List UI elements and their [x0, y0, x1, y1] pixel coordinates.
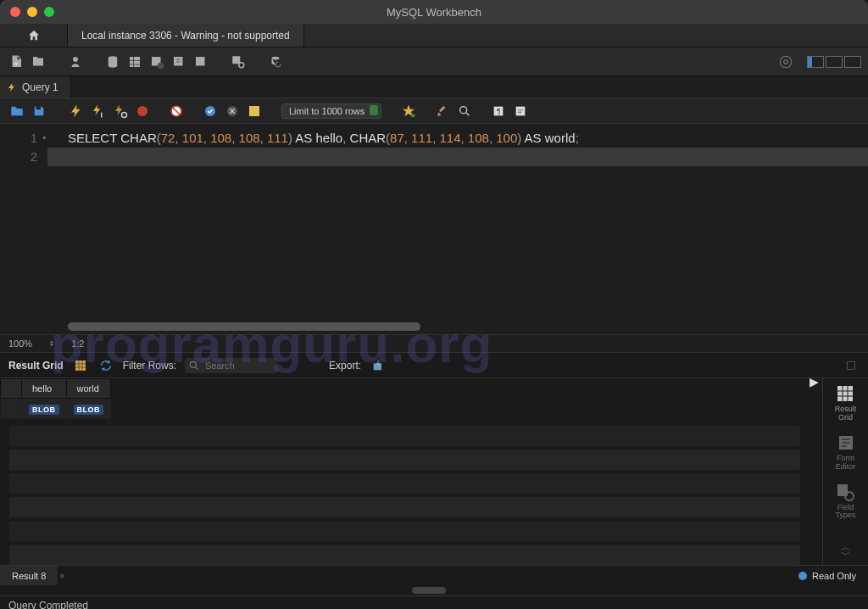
create-table-button[interactable]: [125, 53, 144, 71]
zoom-level[interactable]: 100%: [8, 338, 32, 349]
bottom-scrollbar[interactable]: [0, 585, 868, 595]
column-header[interactable]: world: [66, 379, 111, 399]
save-file-button[interactable]: [31, 103, 47, 120]
query-tab[interactable]: Query 1: [0, 76, 71, 98]
stop-button[interactable]: [134, 103, 151, 120]
inspector-button[interactable]: [66, 53, 85, 71]
connection-tab[interactable]: Local instance 3306 - Warning - not supp…: [68, 24, 304, 47]
result-grid-view-button[interactable]: Result Grid: [835, 383, 857, 422]
result-tab[interactable]: Result 8: [0, 566, 58, 585]
search-button[interactable]: [456, 103, 473, 120]
wrap-button[interactable]: [512, 103, 529, 120]
line-number: 2: [0, 148, 37, 166]
home-tab[interactable]: [0, 24, 68, 47]
toggle-sidebar-button[interactable]: [807, 56, 824, 68]
square-icon: [845, 360, 857, 372]
wrap-icon: [514, 104, 527, 118]
star-icon: [401, 103, 416, 119]
result-tabs: Result 8 × Read Only: [0, 565, 868, 585]
explain-button[interactable]: [112, 103, 129, 120]
main-toolbar: fx: [0, 47, 868, 76]
editor-scrollbar[interactable]: [68, 322, 420, 331]
result-table: hello world BLOB BLOB: [0, 378, 111, 419]
svg-point-12: [784, 59, 788, 64]
home-icon: [27, 29, 41, 42]
result-grid[interactable]: hello world BLOB BLOB ▶: [0, 378, 822, 565]
commit-button[interactable]: [202, 103, 219, 120]
toggle-secondary-button[interactable]: [826, 56, 843, 68]
gear-icon: [778, 54, 793, 70]
svg-rect-2: [130, 57, 140, 67]
status-message: Query Completed: [8, 600, 88, 610]
new-sql-tab-button[interactable]: [7, 53, 25, 71]
panel-scroll-chevrons[interactable]: ︿ ﹀: [841, 544, 851, 565]
search-icon: [188, 360, 200, 372]
result-grid-icon-button[interactable]: [72, 357, 89, 374]
result-toolbar: Result Grid Filter Rows: Export:: [0, 353, 868, 378]
traffic-lights: [0, 7, 54, 17]
limit-select[interactable]: Limit to 1000 rows: [281, 103, 381, 119]
execute-button[interactable]: [68, 103, 85, 120]
export-button[interactable]: [370, 357, 387, 374]
rollback-button[interactable]: [224, 103, 241, 120]
minimize-window-button[interactable]: [27, 7, 37, 17]
svg-point-24: [460, 106, 467, 113]
column-header[interactable]: hello: [22, 379, 67, 399]
toggle-invisible-button[interactable]: ¶: [490, 103, 507, 120]
svg-text:fx: fx: [198, 59, 203, 66]
limit-dropdown[interactable]: Limit to 1000 rows: [281, 103, 381, 119]
code-content[interactable]: SELECT CHAR(72, 101, 108, 108, 111) AS h…: [47, 124, 868, 334]
open-sql-button[interactable]: [29, 53, 47, 71]
table-icon: [127, 54, 142, 70]
lightning-cursor-icon: [91, 103, 106, 119]
pilcrow-icon: [248, 104, 261, 118]
scrollbar-thumb[interactable]: [412, 587, 446, 594]
blob-badge: BLOB: [29, 405, 59, 415]
grid-icon: [835, 383, 855, 404]
create-view-button[interactable]: [147, 53, 166, 71]
window-title: MySQL Workbench: [387, 6, 481, 19]
expand-arrow[interactable]: ▶: [810, 378, 819, 388]
close-window-button[interactable]: [10, 7, 20, 17]
folder-icon: [9, 103, 25, 119]
database-icon: [105, 54, 120, 70]
create-schema-button[interactable]: [103, 53, 122, 71]
result-refresh-button[interactable]: [97, 357, 114, 374]
svg-rect-8: [232, 56, 240, 64]
toggle-whitespace-button[interactable]: [246, 103, 263, 120]
find-button[interactable]: [434, 103, 451, 120]
settings-button[interactable]: [776, 53, 795, 71]
row-header: [1, 379, 22, 399]
sql-editor[interactable]: 1 2 SELECT CHAR(72, 101, 108, 108, 111) …: [0, 124, 868, 334]
search-table-button[interactable]: [229, 53, 248, 71]
result-panel-toggle[interactable]: [843, 357, 860, 374]
chevron-updown-icon[interactable]: [47, 339, 56, 348]
no-icon: [170, 104, 183, 118]
export-label: Export:: [329, 360, 361, 372]
beautify-button[interactable]: [400, 103, 417, 120]
table-row[interactable]: BLOB BLOB: [1, 399, 111, 419]
form-editor-view-button[interactable]: Form Editor: [836, 433, 856, 472]
filter-rows-label: Filter Rows:: [123, 360, 176, 372]
reconnect-button[interactable]: [266, 53, 285, 71]
save-icon: [32, 104, 46, 118]
connection-tabbar: Local instance 3306 - Warning - not supp…: [0, 24, 868, 47]
create-function-button[interactable]: fx: [192, 53, 210, 71]
field-types-view-button[interactable]: Field Types: [835, 482, 855, 521]
svg-point-15: [122, 112, 127, 117]
create-procedure-button[interactable]: [170, 53, 188, 71]
search-icon: [458, 104, 471, 118]
lightning-icon: [7, 82, 17, 92]
x-icon: [225, 104, 239, 118]
svg-rect-22: [249, 106, 259, 116]
open-file-button[interactable]: [8, 103, 25, 120]
function-icon: fx: [193, 54, 209, 70]
execute-current-button[interactable]: [90, 103, 107, 120]
filter-input-wrap: [185, 358, 278, 373]
toggle-autocommit-button[interactable]: [168, 103, 185, 120]
cursor-position: 1:2: [71, 338, 84, 349]
statusbar: Query Completed: [0, 595, 868, 609]
toggle-output-button[interactable]: [844, 56, 861, 68]
close-result-tab[interactable]: ×: [58, 566, 65, 585]
maximize-window-button[interactable]: [44, 7, 54, 17]
